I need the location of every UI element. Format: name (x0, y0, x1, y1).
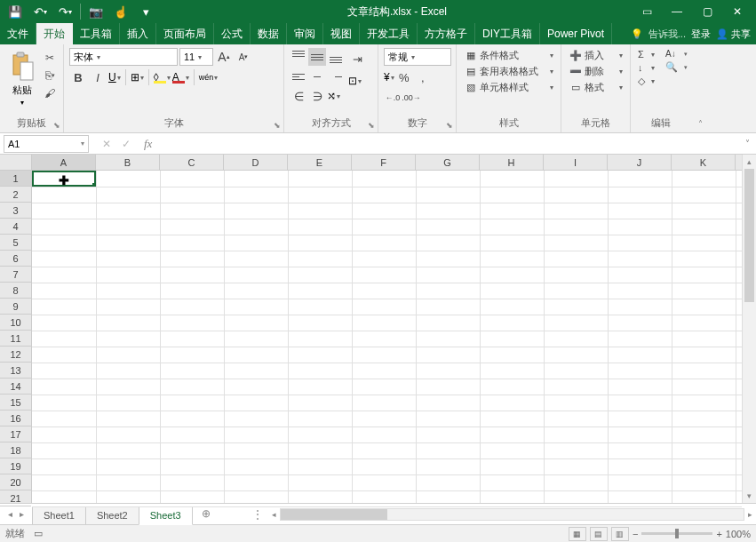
page-break-view-button[interactable]: ▥ (611, 527, 629, 541)
align-right-button[interactable] (327, 68, 345, 85)
delete-cells-button[interactable]: ➖删除▾ (567, 64, 625, 79)
tab-diy-toolbox[interactable]: DIY工具箱 (475, 23, 540, 44)
sort-filter-button[interactable]: A↓▾ (664, 48, 689, 60)
vertical-scrollbar[interactable]: ▴ ▾ (742, 155, 756, 503)
bold-button[interactable]: B (69, 68, 87, 86)
tab-power-pivot[interactable]: Power Pivot (540, 23, 612, 44)
scroll-up-button[interactable]: ▴ (743, 155, 756, 169)
font-size-combo[interactable]: 11▾ (179, 48, 213, 66)
row-header-14[interactable]: 14 (0, 379, 31, 395)
column-header-H[interactable]: H (480, 155, 544, 170)
scroll-left-button[interactable]: ◂ (268, 510, 280, 519)
tab-split-handle[interactable]: ⋮ (247, 508, 268, 521)
comma-style-button[interactable]: , (414, 68, 432, 86)
underline-button[interactable]: U▾ (108, 71, 121, 84)
autosum-button[interactable]: Σ▾ (636, 48, 657, 60)
tab-file[interactable]: 文件 (0, 23, 36, 44)
scroll-right-button[interactable]: ▸ (744, 510, 756, 519)
merge-center-button[interactable]: ⊡▾ (348, 75, 366, 87)
zoom-out-button[interactable]: − (633, 529, 638, 539)
number-format-combo[interactable]: 常规▾ (384, 48, 451, 66)
column-header-A[interactable]: A (32, 155, 96, 170)
tab-fanggezi[interactable]: 方方格子 (418, 23, 475, 44)
align-bottom-button[interactable] (327, 48, 345, 66)
number-launcher[interactable]: ⬊ (446, 121, 453, 130)
fill-color-button[interactable]: ◊▾ (154, 71, 171, 84)
worksheet-grid[interactable]: ABCDEFGHIJK 1234567891011121314151617181… (0, 155, 756, 503)
increase-indent-button[interactable]: ∋ (308, 87, 326, 105)
align-middle-button[interactable] (308, 48, 326, 66)
expand-formula-bar[interactable]: ˅ (738, 139, 756, 148)
column-header-F[interactable]: F (352, 155, 416, 170)
row-header-10[interactable]: 10 (0, 315, 31, 331)
column-header-E[interactable]: E (288, 155, 352, 170)
row-header-17[interactable]: 17 (0, 426, 31, 442)
share-button[interactable]: 👤 共享 (716, 28, 751, 41)
font-name-combo[interactable]: 宋体▾ (69, 48, 178, 66)
camera-button[interactable]: 📷 (86, 2, 106, 21)
format-cells-button[interactable]: ▭格式▾ (567, 80, 625, 95)
tab-data[interactable]: 数据 (251, 23, 287, 44)
page-layout-view-button[interactable]: ▤ (590, 527, 608, 541)
tab-review[interactable]: 审阅 (287, 23, 323, 44)
zoom-in-button[interactable]: + (716, 529, 721, 539)
column-header-B[interactable]: B (96, 155, 160, 170)
row-header-6[interactable]: 6 (0, 251, 31, 267)
touch-mode-button[interactable]: ☝ (111, 2, 131, 21)
row-header-19[interactable]: 19 (0, 458, 31, 474)
hscroll-thumb[interactable] (281, 509, 387, 520)
column-header-C[interactable]: C (160, 155, 224, 170)
tab-insert[interactable]: 插入 (120, 23, 156, 44)
undo-button[interactable]: ↶▾ (30, 2, 50, 21)
sheet-tab-sheet3[interactable]: Sheet3 (139, 506, 193, 525)
border-button[interactable]: ⊞▾ (131, 71, 144, 84)
row-header-16[interactable]: 16 (0, 411, 31, 426)
vscroll-thumb[interactable] (744, 169, 754, 302)
row-header-21[interactable]: 21 (0, 490, 31, 506)
font-launcher[interactable]: ⬊ (274, 121, 281, 130)
row-header-3[interactable]: 3 (0, 203, 31, 219)
minimize-button[interactable]: — (664, 2, 690, 21)
decrease-decimal-button[interactable]: .00→ (402, 89, 420, 107)
orientation-button[interactable]: ⤭▾ (327, 87, 340, 105)
collapse-ribbon-button[interactable]: ˄ (698, 119, 703, 129)
row-header-2[interactable]: 2 (0, 187, 31, 203)
column-header-G[interactable]: G (416, 155, 480, 170)
column-header-D[interactable]: D (224, 155, 288, 170)
tell-me-button[interactable]: 告诉我... (649, 28, 686, 41)
align-top-button[interactable] (290, 48, 307, 66)
shrink-font-button[interactable]: A▾ (235, 48, 252, 66)
cancel-formula-button[interactable]: ✕ (98, 135, 115, 153)
row-header-7[interactable]: 7 (0, 267, 31, 283)
format-as-table-button[interactable]: ▤套用表格格式▾ (462, 64, 555, 79)
tab-toolbox[interactable]: 工具箱 (73, 23, 120, 44)
tab-home[interactable]: 开始 (36, 23, 73, 44)
fill-button[interactable]: ↓▾ (636, 61, 657, 74)
italic-button[interactable]: I (89, 68, 107, 86)
enter-formula-button[interactable]: ✓ (117, 135, 135, 153)
row-header-11[interactable]: 11 (0, 331, 31, 347)
paste-button[interactable]: 粘贴 ▾ (5, 48, 38, 110)
font-color-button[interactable]: A▾ (172, 71, 189, 84)
row-header-13[interactable]: 13 (0, 363, 31, 379)
zoom-level[interactable]: 100% (726, 529, 751, 539)
tab-view[interactable]: 视图 (323, 23, 360, 44)
normal-view-button[interactable]: ▦ (569, 527, 586, 541)
tab-formulas[interactable]: 公式 (214, 23, 251, 44)
close-button[interactable]: ✕ (724, 2, 751, 21)
align-left-button[interactable] (290, 68, 307, 85)
zoom-slider[interactable] (641, 532, 712, 535)
last-sheet-button[interactable]: ▸ (17, 509, 27, 519)
tab-page-layout[interactable]: 页面布局 (156, 23, 214, 44)
formula-input[interactable] (155, 135, 738, 153)
copy-button[interactable]: ⎘▾ (42, 68, 58, 83)
row-header-8[interactable]: 8 (0, 283, 31, 299)
column-header-K[interactable]: K (672, 155, 736, 170)
clear-button[interactable]: ◇▾ (636, 75, 657, 88)
cells-area[interactable]: ✚ (32, 171, 742, 503)
accounting-format-button[interactable]: ¥▾ (384, 68, 394, 86)
phonetic-button[interactable]: wén▾ (199, 73, 219, 82)
select-all-corner[interactable] (0, 155, 32, 171)
scroll-down-button[interactable]: ▾ (743, 489, 756, 503)
save-button[interactable]: 💾 (5, 2, 25, 21)
